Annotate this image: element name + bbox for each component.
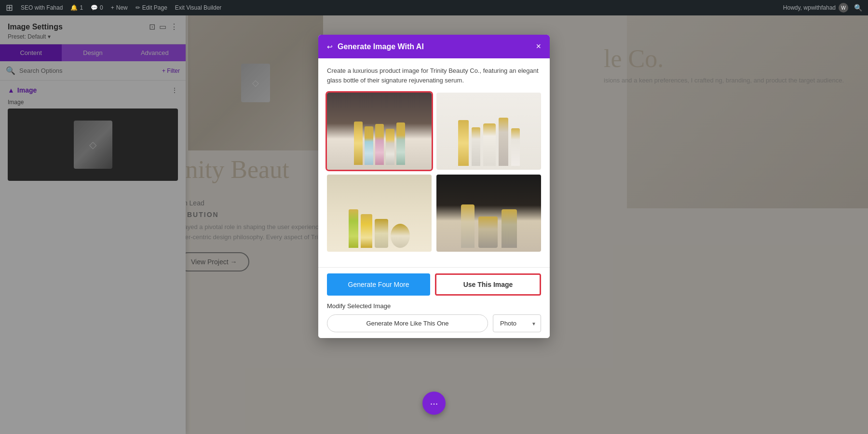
bottle-2a [458, 120, 469, 166]
fab-button[interactable]: ··· [422, 392, 446, 415]
bottle-4a [461, 204, 475, 248]
bottle-1c [375, 124, 384, 165]
main-area: ◇ inity Beaut E ign Lead RIBUTION Played… [0, 15, 868, 434]
back-icon[interactable]: ↩ [327, 43, 333, 51]
bottle-3d [391, 224, 410, 248]
bottle-image-3 [327, 175, 432, 252]
modify-controls: Generate More Like This One Photo Artist… [327, 314, 541, 332]
modal-overlay: ↩ Generate Image With AI × Create a luxu… [0, 15, 868, 434]
image-grid-item-1[interactable] [327, 93, 432, 170]
bottle-3b [361, 214, 372, 248]
new-button[interactable]: + New [111, 4, 128, 11]
avatar: W [839, 3, 848, 13]
modal-title: Generate Image With AI [338, 42, 424, 51]
image-grid-item-4[interactable] [436, 175, 541, 252]
image-grid-item-3[interactable] [327, 175, 432, 252]
bottle-image-2 [436, 93, 541, 170]
modal-body: Create a luxurious product image for Tri… [318, 58, 550, 267]
bottle-1a [354, 122, 363, 165]
modal-footer-buttons: Generate Four More Use This Image [327, 273, 541, 296]
admin-bar: ⊞ SEO with Fahad 🔔 1 💬 0 + New ✏ Edit Pa… [0, 0, 868, 15]
bottle-1b [365, 126, 373, 165]
bottle-4b [478, 217, 498, 248]
use-this-image-button[interactable]: Use This Image [435, 273, 541, 296]
bottle-image-1 [327, 93, 432, 170]
modify-section: Modify Selected Image Generate More Like… [327, 302, 541, 332]
ai-generate-modal: ↩ Generate Image With AI × Create a luxu… [318, 35, 550, 338]
generate-more-like-button[interactable]: Generate More Like This One [327, 314, 488, 332]
admin-bar-right: Howdy, wpwithfahad W 🔍 [783, 3, 862, 13]
notifications[interactable]: 🔔 1 [70, 4, 83, 11]
wp-logo-icon[interactable]: ⊞ [6, 2, 13, 13]
modify-label: Modify Selected Image [327, 302, 541, 310]
site-name[interactable]: SEO with Fahad [21, 4, 63, 11]
search-icon[interactable]: 🔍 [854, 4, 862, 12]
bottle-3c [375, 219, 388, 248]
bottle-2e [511, 128, 520, 166]
generate-four-more-button[interactable]: Generate Four More [327, 273, 430, 296]
bottle-4c [502, 209, 517, 248]
modal-close-button[interactable]: × [536, 41, 541, 52]
bottle-1e [396, 122, 405, 165]
howdy-text: Howdy, wpwithfahad W [783, 3, 848, 13]
comments[interactable]: 💬 0 [91, 4, 103, 11]
fab-icon: ··· [430, 398, 438, 409]
bottle-3a [349, 209, 358, 248]
bottle-2c [483, 123, 496, 166]
modal-header: ↩ Generate Image With AI × [318, 35, 550, 58]
modal-description: Create a luxurious product image for Tri… [327, 66, 541, 85]
photo-style-select[interactable]: Photo Artistic Realistic Illustrated [493, 314, 541, 332]
edit-page-link[interactable]: ✏ Edit Page [136, 4, 167, 11]
bottle-image-4 [436, 175, 541, 252]
photo-style-select-wrapper: Photo Artistic Realistic Illustrated [493, 314, 541, 332]
modal-footer: Generate Four More Use This Image Modify… [318, 267, 550, 338]
exit-builder-link[interactable]: Exit Visual Builder [175, 4, 222, 11]
modal-header-left: ↩ Generate Image With AI [327, 42, 424, 51]
image-grid-item-2[interactable] [436, 93, 541, 170]
image-grid [327, 93, 541, 252]
bottle-2b [472, 127, 480, 166]
bottle-1d [386, 129, 394, 165]
bottle-2d [499, 118, 508, 166]
